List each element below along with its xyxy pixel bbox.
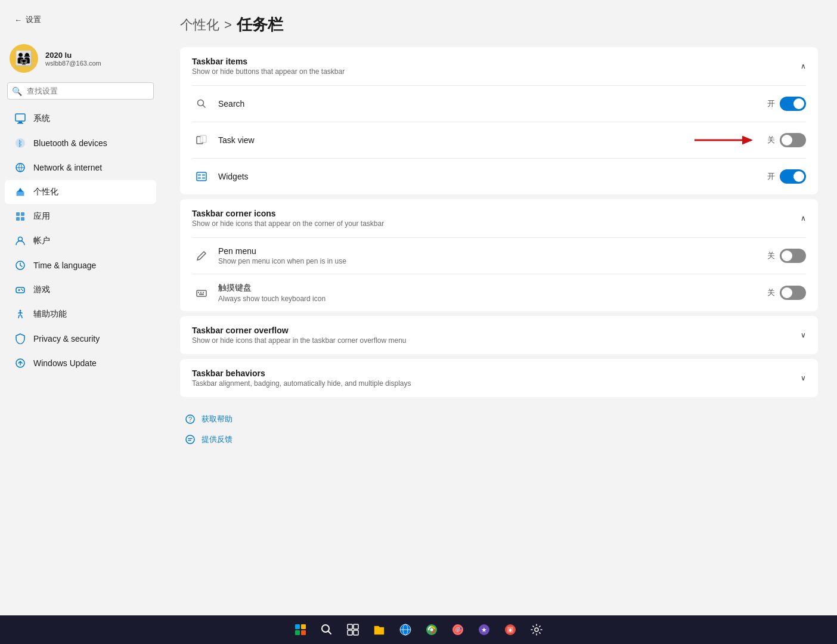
widgets-toggle-slider[interactable] xyxy=(780,169,806,184)
taskview-toggle[interactable] xyxy=(780,133,806,147)
avatar: 👨‍👩‍👧 xyxy=(10,44,38,73)
breadcrumb-parent: 个性化 xyxy=(180,16,219,34)
user-email: wslbb87@163.com xyxy=(45,60,101,67)
svg-point-60 xyxy=(535,628,538,631)
pen-menu-sublabel: Show pen menu icon when pen is in use xyxy=(218,257,767,265)
svg-rect-30 xyxy=(202,177,205,179)
touch-keyboard-row: 触摸键盘 Always show touch keyboard icon 关 xyxy=(180,274,818,311)
nav-label-accessibility: 辅助功能 xyxy=(33,309,67,320)
taskbar-settings-button[interactable] xyxy=(526,619,547,640)
nav-network[interactable]: Network & internet xyxy=(5,156,156,179)
svg-rect-33 xyxy=(200,292,202,293)
widgets-toggle[interactable] xyxy=(780,169,806,184)
taskview-setting-row: Task view 关 xyxy=(180,122,818,158)
nav-label-bluetooth: Bluetooth & devices xyxy=(33,138,107,148)
nav-icon-accounts xyxy=(14,235,26,247)
search-input[interactable] xyxy=(7,82,154,100)
svg-point-18 xyxy=(21,289,22,290)
back-button[interactable]: ← 设置 xyxy=(10,12,46,27)
corner-overflow-card: Taskbar corner overflow Show or hide ico… xyxy=(180,316,818,354)
help-icon: ? xyxy=(185,414,196,425)
nav-label-network: Network & internet xyxy=(33,163,102,172)
search-toggle[interactable] xyxy=(780,97,806,111)
svg-text:ᛒ: ᛒ xyxy=(18,139,23,148)
taskbar-browser2-button[interactable] xyxy=(421,619,442,640)
taskbar-search-button[interactable] xyxy=(316,619,337,640)
nav-personalization[interactable]: 个性化 xyxy=(5,180,156,204)
nav-icon-time xyxy=(14,259,26,271)
svg-rect-31 xyxy=(197,290,206,296)
taskbar-items-header[interactable]: Taskbar items Show or hide buttons that … xyxy=(180,47,818,85)
taskbar-items-subtitle: Show or hide buttons that appear on the … xyxy=(192,67,345,76)
nav-bluetooth[interactable]: ᛒ Bluetooth & devices xyxy=(5,131,156,155)
widgets-toggle-knob xyxy=(793,171,804,182)
touch-keyboard-toggle-label: 关 xyxy=(767,287,775,298)
touch-keyboard-toggle-area: 关 xyxy=(767,286,806,300)
pen-menu-toggle-slider[interactable] xyxy=(780,249,806,263)
nav-accounts[interactable]: 帐户 xyxy=(5,229,156,253)
corner-overflow-header[interactable]: Taskbar corner overflow Show or hide ico… xyxy=(180,316,818,354)
svg-rect-39 xyxy=(295,624,300,629)
behaviors-header[interactable]: Taskbar behaviors Taskbar alignment, bad… xyxy=(180,359,818,397)
touch-keyboard-toggle[interactable] xyxy=(780,286,806,300)
breadcrumb-separator: > xyxy=(224,17,232,33)
corner-overflow-title: Taskbar corner overflow xyxy=(192,326,407,335)
corner-icons-header[interactable]: Taskbar corner icons Show or hide icons … xyxy=(180,199,818,237)
nav-apps[interactable]: 应用 xyxy=(5,205,156,228)
nav-system[interactable]: 系统 xyxy=(5,107,156,131)
taskbar-taskview-button[interactable] xyxy=(342,619,364,640)
taskbar-app3-button[interactable]: ♦ xyxy=(500,619,521,640)
svg-rect-29 xyxy=(198,177,201,179)
taskbar: 🎯 ★ ♦ xyxy=(0,615,837,644)
search-setting-row: Search 开 xyxy=(180,86,818,122)
svg-rect-10 xyxy=(21,212,24,216)
nav-update[interactable]: Windows Update xyxy=(5,351,156,375)
help-link[interactable]: ? 获取帮助 xyxy=(185,409,813,429)
start-button[interactable] xyxy=(290,619,311,640)
taskbar-app2-button[interactable]: ★ xyxy=(473,619,495,640)
search-setting-label: Search xyxy=(218,99,767,109)
behaviors-chevron: ∨ xyxy=(801,374,806,382)
svg-rect-28 xyxy=(202,174,205,176)
nav-label-accounts: 帐户 xyxy=(33,236,50,246)
feedback-label: 提供反馈 xyxy=(202,434,232,445)
back-icon: ← xyxy=(14,16,22,24)
taskbar-files-button[interactable] xyxy=(368,619,390,640)
svg-rect-0 xyxy=(16,114,25,121)
svg-rect-24 xyxy=(200,135,206,143)
nav-gaming[interactable]: 游戏 xyxy=(5,278,156,302)
touch-keyboard-toggle-knob xyxy=(782,287,792,298)
pen-menu-toggle-label: 关 xyxy=(767,250,775,261)
touch-keyboard-toggle-slider[interactable] xyxy=(780,286,806,300)
feedback-link[interactable]: 提供反馈 xyxy=(185,429,813,450)
svg-rect-15 xyxy=(16,287,24,293)
content-area: 个性化 > 任务栏 Taskbar items Show or hide but… xyxy=(161,0,837,615)
search-toggle-slider[interactable] xyxy=(780,97,806,111)
window-title-label: 设置 xyxy=(26,14,41,25)
nav-accessibility[interactable]: 辅助功能 xyxy=(5,302,156,326)
svg-rect-27 xyxy=(198,174,201,176)
taskbar-browser1-button[interactable] xyxy=(395,619,416,640)
search-toggle-label: 开 xyxy=(767,98,775,109)
taskbar-items-chevron: ∧ xyxy=(801,62,806,70)
behaviors-title: Taskbar behaviors xyxy=(192,369,411,378)
svg-rect-40 xyxy=(301,624,306,629)
nav-privacy[interactable]: Privacy & security xyxy=(5,327,156,351)
nav-icon-apps xyxy=(14,210,26,222)
pen-menu-setting-icon xyxy=(192,246,211,265)
nav-time[interactable]: Time & language xyxy=(5,253,156,277)
svg-rect-12 xyxy=(21,217,24,221)
taskview-toggle-slider[interactable] xyxy=(780,133,806,147)
svg-rect-9 xyxy=(16,212,20,216)
nav-label-system: 系统 xyxy=(33,113,50,124)
pen-menu-toggle-area: 关 xyxy=(767,249,806,263)
pen-menu-toggle[interactable] xyxy=(780,249,806,263)
svg-rect-26 xyxy=(197,172,206,181)
pen-menu-toggle-knob xyxy=(782,250,792,261)
nav-label-privacy: Privacy & security xyxy=(33,334,100,343)
nav-label-apps: 应用 xyxy=(33,211,50,222)
corner-icons-card: Taskbar corner icons Show or hide icons … xyxy=(180,199,818,311)
taskbar-app1-button[interactable]: 🎯 xyxy=(447,619,469,640)
nav-icon-privacy xyxy=(14,333,26,345)
nav-label-gaming: 游戏 xyxy=(33,284,50,295)
